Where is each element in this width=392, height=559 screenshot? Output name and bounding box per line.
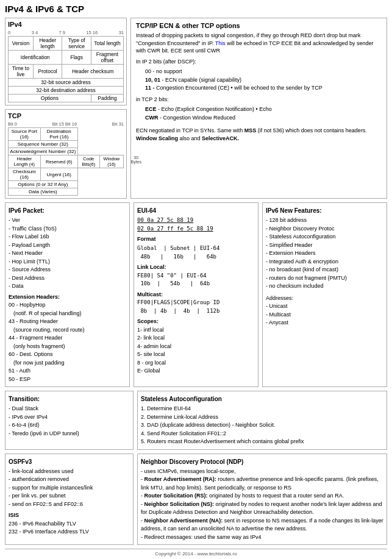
- ospf-box: OSPFv3 - link-local addresses used - aut…: [5, 454, 134, 546]
- eui64-box: EUI-64 00 0a 27 5c 88 19 02 0a 27 ff fe …: [134, 202, 258, 387]
- list-item: - Teredo (ipv6 in UDP tunnel): [9, 430, 130, 438]
- list-item: - Source Address: [9, 266, 126, 274]
- list-item: - no checksum included: [266, 282, 383, 291]
- eui64-scopes: Scopes: 1- intf local 2- link local 4- a…: [137, 318, 255, 376]
- tcp-ecn-box: TCP/IP ECN & other TCP options Instead o…: [130, 18, 387, 199]
- list-item: - Router Advertisement (RA): routers adv…: [141, 475, 383, 492]
- list-item: 2. Determine Link-local Address: [141, 413, 383, 422]
- list-item: 232 - IPv6 Interface Address TLV: [9, 528, 130, 536]
- list-item: - link-local addresses used: [9, 468, 130, 476]
- format-table: Global | Subnet | EUI-64 48b | 16b | 64b: [137, 244, 255, 262]
- table-row: Source Port (16) Destination Port (16): [9, 128, 124, 141]
- link-local-heading: Link Local:: [137, 263, 255, 272]
- list-item: - Simplified Header: [266, 241, 383, 250]
- ospf-heading: OSPFv3: [9, 457, 130, 466]
- list-item: (source routing, record route): [13, 326, 126, 335]
- eui64-line1: 00 0a 27 5c 88 19: [137, 216, 255, 225]
- eui64-heading: EUI-64: [137, 206, 255, 215]
- list-item: 00 - HopbyHop: [9, 301, 126, 310]
- list-item: - support for multiple instances/link: [9, 484, 130, 493]
- list-item: 4- admin local: [137, 343, 255, 351]
- list-item: 51 - Auth: [9, 367, 126, 376]
- tcp-ecn-para4: ECN negotiated in TCP in SYNs. Same with…: [136, 127, 382, 142]
- ipv6-new-heading: IPv6 New Features:: [266, 206, 383, 215]
- stateless-heading: Stateless Autoconfiguration: [141, 394, 383, 404]
- list-item: - per link vs. per subnet: [9, 492, 130, 500]
- list-item: - Payload Length: [9, 241, 126, 250]
- list-item: 00 - no support: [142, 68, 382, 76]
- list-item: 8 - org local: [137, 359, 255, 368]
- bottom-section-2: OSPFv3 - link-local addresses used - aut…: [5, 454, 387, 546]
- ipv6-packet-items: - Ver - Traffic Class (ToS) - Flow Label…: [9, 216, 126, 291]
- table-row: Identification Flags Fragment offset: [9, 51, 124, 65]
- scopes-heading: Scopes:: [137, 318, 255, 326]
- list-item: E- Global: [137, 367, 255, 376]
- list-item: 236 - IPv6 Reachability TLV: [9, 520, 130, 529]
- multicast-heading: Multicast:: [137, 291, 255, 299]
- tcp-table: Source Port (16) Destination Port (16) S…: [8, 127, 124, 196]
- table-row: Time to live Protocol Header checksum: [9, 65, 124, 79]
- list-item: 5. Routers mcast RouterAdvertisement whi…: [141, 438, 383, 446]
- list-item: - Dest Address: [9, 274, 126, 283]
- transition-items: - Dual Stack - IPv6 over IPv4 - 6-to-4 (…: [9, 405, 130, 438]
- list-item: - 6-to-4 (6rd): [9, 421, 130, 430]
- transition-heading: Transition:: [9, 394, 130, 404]
- page-title: IPv4 & IPv6 & TCP: [5, 4, 387, 14]
- table-row: Sequence Number (32): [9, 141, 124, 148]
- list-item: (for now just padding: [13, 359, 126, 368]
- list-item: 60 - Dest. Options: [9, 351, 126, 359]
- tcp-heading: TCP: [8, 112, 124, 119]
- list-item: 10, 01 - ECN capable (signal capability): [142, 76, 382, 85]
- ndp-heading: Neighbor Discovery Protocol (NDP): [141, 457, 383, 466]
- table-row: Version Header length Type of service To…: [9, 37, 124, 51]
- list-item: - send on FF02::5 and FF02::6: [9, 500, 130, 509]
- table-row: Options (0 or 32 If Any): [9, 181, 124, 188]
- list-item: - Stateless Autoconfiguration: [266, 233, 383, 241]
- list-item: - Dual Stack: [9, 405, 130, 413]
- tcp-ecn-heading: TCP/IP ECN & other TCP options: [136, 22, 382, 29]
- list-item: CWR - Congestion Window Reduced: [142, 114, 382, 123]
- table-row: 32-bit source address: [9, 79, 124, 87]
- ndp-items: - uses ICMPv6, messages local-scope, - R…: [141, 468, 383, 542]
- list-item: - Neighbor Solicitation (NS): originated…: [141, 500, 383, 517]
- eui64-link-local: Link Local: FE80| S4 "0" | EUI-64 10b | …: [137, 263, 255, 288]
- list-item: - routers do not fragment (PMTU): [266, 274, 383, 283]
- list-item: - Hop Limit (TTL): [9, 258, 126, 266]
- bottom-section-1: Transition: - Dual Stack - IPv6 over IPv…: [5, 391, 387, 450]
- list-item: 3. DAD (duplicate address detection) - N…: [141, 421, 383, 430]
- eui64-multicast: Multicast: FF00|FLAGS|SCOPE|Group ID 8b …: [137, 291, 255, 316]
- isis-section: ISIS 236 - IPv6 Reachability TLV 232 - I…: [9, 511, 130, 536]
- list-item: - Redirect messages: used the same way a…: [141, 533, 383, 542]
- list-item: - Ver: [9, 216, 126, 225]
- addr-heading: Addresses:: [266, 294, 383, 303]
- list-item: 1- intf local: [137, 326, 255, 335]
- ospf-items: - link-local addresses used - authentica…: [9, 468, 130, 509]
- ipv4-bits-row: 0 3 4 7 9 15 16 31: [8, 30, 124, 35]
- table-row: Checksum (16) Urgent (16): [9, 168, 124, 181]
- table-row: HeaderLength (4) Reserved (6) Code Bits(…: [9, 155, 124, 168]
- ext-headers: Extension Headers: 00 - HopbyHop (notif.…: [9, 293, 126, 384]
- list-item: - Traffic Class (ToS): [9, 225, 126, 233]
- eui64-line2: 02 0a 27 ff fe 5c 88 19: [137, 225, 255, 233]
- left-column: IPv4 0 3 4 7 9 15 16 31 Version Header l…: [5, 18, 127, 199]
- list-item: - Unicast: [266, 302, 383, 311]
- list-item: - Flow Label 16b: [9, 233, 126, 241]
- list-item: - 128 bit address: [266, 216, 383, 225]
- eui64-format: Format Global | Subnet | EUI-64 48b | 16…: [137, 235, 255, 261]
- list-item: - uses ICMPv6, messages local-scope,: [141, 468, 383, 476]
- ipv4-heading: IPv4: [8, 21, 124, 28]
- list-item: (only hosts fragment): [13, 343, 126, 351]
- format-heading: Format: [137, 235, 255, 244]
- tcp-ecn-para2: In IP 2 bits (after DSCP):: [136, 58, 382, 66]
- ipv6-new-items: - 128 bit address - Neighbor Discovery P…: [266, 216, 383, 291]
- tcp-bits-labels: Bit 0 Bit 15 Bit 16 Bit 31: [8, 121, 124, 127]
- ip-options: 00 - no support 10, 01 - ECN capable (si…: [142, 68, 382, 93]
- top-row: IPv4 0 3 4 7 9 15 16 31 Version Header l…: [5, 18, 387, 199]
- list-item: 11 - Congestion Encountered (CE) • will …: [142, 84, 382, 93]
- isis-heading: ISIS: [9, 511, 130, 520]
- list-item: - Neighbor Discovery Protoc: [266, 225, 383, 233]
- list-item: - Data: [9, 282, 126, 291]
- list-item: 43 - Routing Header: [9, 318, 126, 326]
- ipv6-addresses: Addresses: - Unicast - Multicast - Anyca…: [266, 294, 383, 327]
- stateless-box: Stateless Autoconfiguration 1. Determine…: [137, 391, 387, 450]
